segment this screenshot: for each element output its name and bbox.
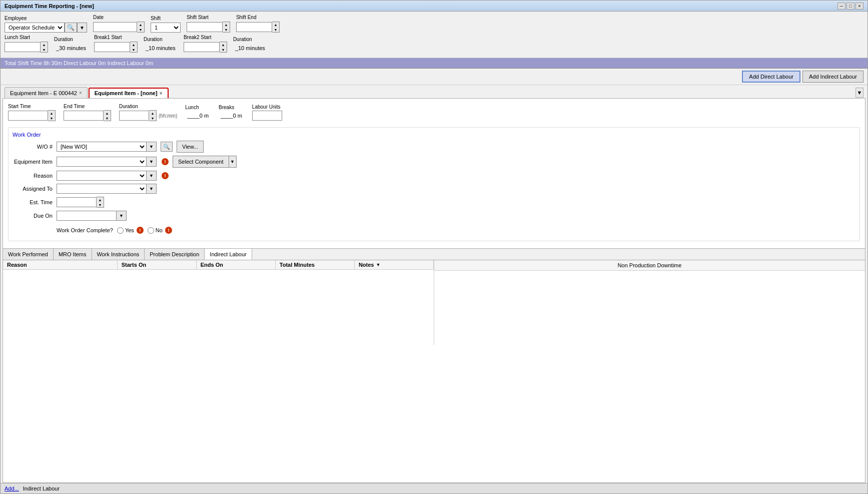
tabs-dropdown-icon: ▼	[857, 90, 862, 96]
close-button[interactable]: ×	[855, 3, 863, 10]
wo-num-select[interactable]: [New W/O]	[57, 142, 147, 152]
shift-start-input[interactable]: 06:00 AM	[187, 22, 223, 32]
lunch-start-down[interactable]: ▼	[41, 47, 48, 52]
tab-equipment-item-2[interactable]: Equipment Item - [none] ×	[89, 88, 169, 99]
shift-start-up[interactable]: ▲	[223, 22, 230, 27]
minimize-button[interactable]: ─	[837, 3, 845, 10]
break2-start-down[interactable]: ▼	[220, 47, 227, 52]
start-time-wrap: ▲ ▼	[8, 110, 56, 121]
add-link[interactable]: Add...	[5, 485, 19, 491]
shift-start-down[interactable]: ▼	[223, 27, 230, 32]
shift-end-input[interactable]: 02:30 PM	[236, 22, 272, 32]
start-time-field: Start Time ▲ ▼	[8, 104, 56, 121]
wo-view-btn[interactable]: View...	[177, 141, 204, 153]
grid-content-split: Reason Starts On Ends On Total Minutes N…	[3, 260, 865, 345]
lunch-start-wrap: 12:00 PM ▲ ▼	[5, 42, 48, 53]
break2-start-input[interactable]: 10:00 AM	[184, 42, 220, 52]
shift-end-label: Shift End	[236, 15, 280, 20]
tab-equipment-item-1[interactable]: Equipment Item - E 000442 ×	[5, 87, 88, 98]
due-on-dropdown-arrow[interactable]: ▼	[117, 211, 127, 221]
break1-start-wrap: 08:00 AM ▲ ▼	[94, 42, 138, 53]
shift-label: Shift	[151, 16, 181, 21]
reason-dropdown-arrow[interactable]: ▼	[147, 171, 157, 181]
date-input[interactable]: 2019-04-16	[93, 22, 137, 32]
assigned-to-select[interactable]	[57, 184, 147, 194]
notes-filter-icon[interactable]: ▼	[376, 262, 380, 267]
add-direct-labour-button[interactable]: Add Direct Labour	[742, 71, 800, 83]
equipment-item-dropdown-arrow[interactable]: ▼	[147, 157, 157, 167]
add-indirect-labour-button[interactable]: Add Indirect Labour	[802, 71, 863, 83]
date-down-btn[interactable]: ▼	[137, 27, 144, 32]
tab-mro-items[interactable]: MRO Items	[54, 249, 92, 260]
duration-down[interactable]: ▼	[149, 116, 156, 121]
est-time-down[interactable]: ▼	[97, 202, 104, 207]
summary-bar: Total Shift Time 8h 30m Direct Labour 0m…	[1, 58, 867, 69]
due-on-input[interactable]	[57, 211, 117, 221]
select-component-button[interactable]: Select Component	[173, 156, 229, 168]
tabs-dropdown-btn[interactable]: ▼	[855, 88, 863, 98]
employee-field: Employee Operator Schedule 🔍 ▼	[5, 16, 87, 33]
shift-field: Shift 1	[151, 16, 181, 33]
est-time-input[interactable]: 00:00	[57, 197, 97, 207]
break1-start-up[interactable]: ▲	[130, 42, 137, 47]
equipment-item-select[interactable]	[57, 157, 147, 167]
break1-duration-field: Duration _10 minutes	[144, 37, 178, 53]
break2-start-label: Break2 Start	[184, 35, 227, 40]
lunch-start-input[interactable]: 12:00 PM	[5, 42, 41, 52]
maximize-button[interactable]: □	[846, 3, 854, 10]
select-component-dropdown-arrow[interactable]: ▼	[229, 156, 237, 168]
start-time-up[interactable]: ▲	[48, 111, 55, 116]
assigned-to-row: Assigned To ▼	[13, 184, 855, 194]
wo-search-btn[interactable]: 🔍	[161, 142, 173, 152]
employee-search-btn[interactable]: 🔍	[65, 23, 77, 33]
date-spinner-btns: ▲ ▼	[137, 22, 145, 33]
shift-start-label: Shift Start	[187, 15, 230, 20]
date-up-btn[interactable]: ▲	[137, 22, 144, 27]
time-row: Start Time ▲ ▼ End Time ▲	[8, 104, 860, 121]
shift-end-down[interactable]: ▼	[272, 27, 279, 32]
header-row-2: Lunch Start 12:00 PM ▲ ▼ Duration _30 mi…	[5, 35, 863, 53]
tab-indirect-labour[interactable]: Indirect Labour	[205, 249, 252, 260]
break1-start-down[interactable]: ▼	[130, 47, 137, 52]
break1-start-input[interactable]: 08:00 AM	[94, 42, 130, 52]
left-grid: Reason Starts On Ends On Total Minutes N…	[3, 260, 434, 345]
reason-select[interactable]	[57, 171, 147, 181]
window-controls: ─ □ ×	[837, 3, 863, 10]
tab-problem-description[interactable]: Problem Description	[145, 249, 205, 260]
lunch-display-label: Lunch	[185, 105, 211, 110]
tab1-close-icon[interactable]: ×	[79, 90, 82, 96]
work-order-link[interactable]: Work Order	[13, 132, 855, 138]
duration-input[interactable]: 00:00	[119, 111, 149, 121]
duration-up[interactable]: ▲	[149, 111, 156, 116]
start-time-down[interactable]: ▼	[48, 116, 55, 121]
assigned-to-dropdown-arrow[interactable]: ▼	[147, 184, 157, 194]
col-notes-label: Notes	[359, 262, 374, 268]
grid-header: Reason Starts On Ends On Total Minutes N…	[3, 260, 434, 270]
break1-start-btns: ▲ ▼	[130, 42, 138, 53]
employee-dropdown-btn[interactable]: ▼	[77, 23, 87, 33]
wo-complete-row: Work Order Complete? Yes ! No !	[13, 227, 855, 234]
break2-start-wrap: 10:00 AM ▲ ▼	[184, 42, 227, 53]
end-time-label: End Time	[64, 104, 111, 109]
employee-select[interactable]: Operator Schedule	[5, 23, 65, 33]
wo-complete-no-radio[interactable]	[148, 227, 154, 234]
tabs-bar: Equipment Item - E 000442 × Equipment It…	[1, 85, 867, 98]
lunch-start-up[interactable]: ▲	[41, 42, 48, 47]
start-time-input[interactable]	[8, 111, 48, 121]
shift-select[interactable]: 1	[151, 23, 181, 33]
shift-end-wrap: 02:30 PM ▲ ▼	[236, 22, 280, 33]
end-time-input[interactable]	[64, 111, 104, 121]
est-time-label: Est. Time	[13, 199, 53, 205]
tab-work-performed[interactable]: Work Performed	[3, 249, 54, 260]
reason-info-icon: !	[162, 172, 169, 179]
est-time-up[interactable]: ▲	[97, 197, 104, 202]
tab-work-instructions[interactable]: Work Instructions	[92, 249, 145, 260]
wo-num-dropdown-arrow[interactable]: ▼	[147, 142, 157, 152]
end-time-up[interactable]: ▲	[104, 111, 111, 116]
shift-end-up[interactable]: ▲	[272, 22, 279, 27]
break2-start-up[interactable]: ▲	[220, 42, 227, 47]
tab2-close-icon[interactable]: ×	[160, 91, 163, 96]
end-time-down[interactable]: ▼	[104, 116, 111, 121]
labour-units-input[interactable]: 1.00	[252, 111, 282, 121]
wo-complete-yes-radio[interactable]	[117, 227, 124, 234]
